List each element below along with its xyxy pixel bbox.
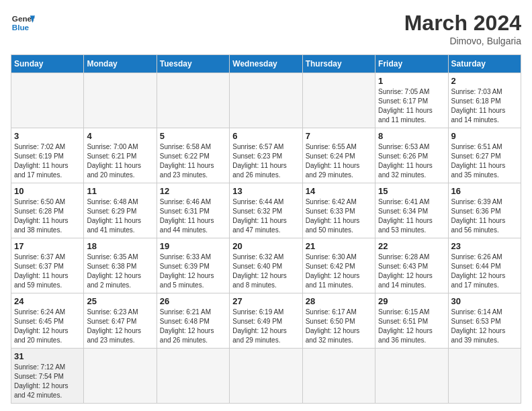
- calendar-day-cell: 7Sunrise: 6:55 AM Sunset: 6:24 PM Daylig…: [302, 128, 375, 183]
- calendar-day-cell: [302, 349, 375, 404]
- day-number: 7: [306, 131, 372, 141]
- calendar-day-cell: [302, 73, 375, 128]
- day-number: 26: [160, 296, 226, 306]
- day-info: Sunrise: 7:12 AM Sunset: 7:54 PM Dayligh…: [14, 363, 81, 400]
- weekday-header-sunday: Sunday: [11, 55, 84, 73]
- calendar-day-cell: [230, 73, 302, 128]
- day-number: 5: [160, 131, 226, 141]
- calendar-day-cell: 22Sunrise: 6:28 AM Sunset: 6:43 PM Dayli…: [375, 238, 448, 293]
- day-number: 13: [232, 186, 299, 196]
- calendar-day-cell: 23Sunrise: 6:26 AM Sunset: 6:44 PM Dayli…: [448, 238, 521, 293]
- day-number: 2: [451, 76, 518, 86]
- day-number: 1: [378, 76, 445, 86]
- day-info: Sunrise: 6:44 AM Sunset: 6:32 PM Dayligh…: [232, 197, 299, 235]
- day-number: 25: [87, 296, 153, 306]
- calendar-day-cell: 25Sunrise: 6:23 AM Sunset: 6:47 PM Dayli…: [84, 293, 157, 349]
- weekday-header-tuesday: Tuesday: [157, 55, 229, 73]
- day-info: Sunrise: 6:17 AM Sunset: 6:50 PM Dayligh…: [306, 308, 372, 345]
- location-subtitle: Dimovo, Bulgaria: [404, 36, 521, 46]
- day-number: 24: [14, 296, 81, 306]
- day-info: Sunrise: 6:50 AM Sunset: 6:28 PM Dayligh…: [14, 197, 81, 235]
- month-year-title: March 2024: [404, 11, 521, 36]
- day-number: 20: [232, 241, 299, 251]
- calendar-day-cell: 27Sunrise: 6:19 AM Sunset: 6:49 PM Dayli…: [230, 293, 302, 349]
- calendar-week-row: 17Sunrise: 6:37 AM Sunset: 6:37 PM Dayli…: [11, 238, 521, 293]
- day-number: 31: [14, 351, 81, 361]
- svg-text:Blue: Blue: [12, 23, 30, 32]
- day-number: 27: [232, 296, 299, 306]
- weekday-header-monday: Monday: [84, 55, 157, 73]
- calendar-week-row: 10Sunrise: 6:50 AM Sunset: 6:28 PM Dayli…: [11, 183, 521, 238]
- logo: General Blue: [11, 11, 35, 35]
- calendar-day-cell: 12Sunrise: 6:46 AM Sunset: 6:31 PM Dayli…: [157, 183, 229, 238]
- day-info: Sunrise: 6:48 AM Sunset: 6:29 PM Dayligh…: [87, 197, 153, 235]
- weekday-header-wednesday: Wednesday: [230, 55, 302, 73]
- calendar-day-cell: 1Sunrise: 7:05 AM Sunset: 6:17 PM Daylig…: [375, 73, 448, 128]
- calendar-day-cell: 10Sunrise: 6:50 AM Sunset: 6:28 PM Dayli…: [11, 183, 84, 238]
- day-info: Sunrise: 6:58 AM Sunset: 6:22 PM Dayligh…: [160, 142, 226, 180]
- day-info: Sunrise: 6:53 AM Sunset: 6:26 PM Dayligh…: [378, 142, 445, 180]
- calendar-day-cell: 2Sunrise: 7:03 AM Sunset: 6:18 PM Daylig…: [448, 73, 521, 128]
- calendar-day-cell: [11, 73, 84, 128]
- day-info: Sunrise: 6:33 AM Sunset: 6:39 PM Dayligh…: [160, 253, 226, 290]
- calendar-week-row: 31Sunrise: 7:12 AM Sunset: 7:54 PM Dayli…: [11, 349, 521, 404]
- calendar-day-cell: 18Sunrise: 6:35 AM Sunset: 6:38 PM Dayli…: [84, 238, 157, 293]
- weekday-header-friday: Friday: [375, 55, 448, 73]
- weekday-header-saturday: Saturday: [448, 55, 521, 73]
- day-info: Sunrise: 7:03 AM Sunset: 6:18 PM Dayligh…: [451, 87, 518, 125]
- day-number: 21: [306, 241, 372, 251]
- day-info: Sunrise: 6:23 AM Sunset: 6:47 PM Dayligh…: [87, 308, 153, 345]
- calendar-week-row: 24Sunrise: 6:24 AM Sunset: 6:45 PM Dayli…: [11, 293, 521, 349]
- day-info: Sunrise: 6:28 AM Sunset: 6:43 PM Dayligh…: [378, 253, 445, 290]
- calendar-day-cell: 31Sunrise: 7:12 AM Sunset: 7:54 PM Dayli…: [11, 349, 84, 404]
- calendar-day-cell: 24Sunrise: 6:24 AM Sunset: 6:45 PM Dayli…: [11, 293, 84, 349]
- day-info: Sunrise: 6:55 AM Sunset: 6:24 PM Dayligh…: [306, 142, 372, 180]
- calendar-day-cell: 20Sunrise: 6:32 AM Sunset: 6:40 PM Dayli…: [230, 238, 302, 293]
- calendar-day-cell: 11Sunrise: 6:48 AM Sunset: 6:29 PM Dayli…: [84, 183, 157, 238]
- day-info: Sunrise: 6:19 AM Sunset: 6:49 PM Dayligh…: [232, 308, 299, 345]
- weekday-header-thursday: Thursday: [302, 55, 375, 73]
- day-info: Sunrise: 6:32 AM Sunset: 6:40 PM Dayligh…: [232, 253, 299, 290]
- day-number: 14: [306, 186, 372, 196]
- calendar-day-cell: 9Sunrise: 6:51 AM Sunset: 6:27 PM Daylig…: [448, 128, 521, 183]
- calendar-day-cell: 30Sunrise: 6:14 AM Sunset: 6:53 PM Dayli…: [448, 293, 521, 349]
- day-number: 11: [87, 186, 153, 196]
- day-number: 6: [232, 131, 299, 141]
- calendar-day-cell: 19Sunrise: 6:33 AM Sunset: 6:39 PM Dayli…: [157, 238, 229, 293]
- day-info: Sunrise: 6:46 AM Sunset: 6:31 PM Dayligh…: [160, 197, 226, 235]
- day-info: Sunrise: 6:15 AM Sunset: 6:51 PM Dayligh…: [378, 308, 445, 345]
- day-number: 8: [378, 131, 445, 141]
- day-info: Sunrise: 7:02 AM Sunset: 6:19 PM Dayligh…: [14, 142, 81, 180]
- day-number: 29: [378, 296, 445, 306]
- calendar-day-cell: [84, 349, 157, 404]
- day-number: 12: [160, 186, 226, 196]
- day-number: 3: [14, 131, 81, 141]
- calendar-day-cell: [157, 73, 229, 128]
- day-number: 19: [160, 241, 226, 251]
- day-info: Sunrise: 6:57 AM Sunset: 6:23 PM Dayligh…: [232, 142, 299, 180]
- day-number: 22: [378, 241, 445, 251]
- day-info: Sunrise: 6:26 AM Sunset: 6:44 PM Dayligh…: [451, 253, 518, 290]
- day-number: 17: [14, 241, 81, 251]
- calendar-day-cell: 21Sunrise: 6:30 AM Sunset: 6:42 PM Dayli…: [302, 238, 375, 293]
- calendar-day-cell: [448, 349, 521, 404]
- calendar-day-cell: 29Sunrise: 6:15 AM Sunset: 6:51 PM Dayli…: [375, 293, 448, 349]
- day-info: Sunrise: 6:42 AM Sunset: 6:33 PM Dayligh…: [306, 197, 372, 235]
- day-number: 23: [451, 241, 518, 251]
- day-info: Sunrise: 6:21 AM Sunset: 6:48 PM Dayligh…: [160, 308, 226, 345]
- calendar-day-cell: 16Sunrise: 6:39 AM Sunset: 6:36 PM Dayli…: [448, 183, 521, 238]
- calendar-day-cell: 13Sunrise: 6:44 AM Sunset: 6:32 PM Dayli…: [230, 183, 302, 238]
- day-number: 4: [87, 131, 153, 141]
- calendar-day-cell: [230, 349, 302, 404]
- calendar-day-cell: 17Sunrise: 6:37 AM Sunset: 6:37 PM Dayli…: [11, 238, 84, 293]
- day-number: 18: [87, 241, 153, 251]
- calendar-day-cell: 8Sunrise: 6:53 AM Sunset: 6:26 PM Daylig…: [375, 128, 448, 183]
- day-number: 9: [451, 131, 518, 141]
- calendar-table: SundayMondayTuesdayWednesdayThursdayFrid…: [11, 54, 521, 404]
- calendar-day-cell: 3Sunrise: 7:02 AM Sunset: 6:19 PM Daylig…: [11, 128, 84, 183]
- day-info: Sunrise: 6:14 AM Sunset: 6:53 PM Dayligh…: [451, 308, 518, 345]
- title-block: March 2024 Dimovo, Bulgaria: [404, 11, 521, 46]
- calendar-day-cell: 6Sunrise: 6:57 AM Sunset: 6:23 PM Daylig…: [230, 128, 302, 183]
- day-info: Sunrise: 6:41 AM Sunset: 6:34 PM Dayligh…: [378, 197, 445, 235]
- day-info: Sunrise: 7:00 AM Sunset: 6:21 PM Dayligh…: [87, 142, 153, 180]
